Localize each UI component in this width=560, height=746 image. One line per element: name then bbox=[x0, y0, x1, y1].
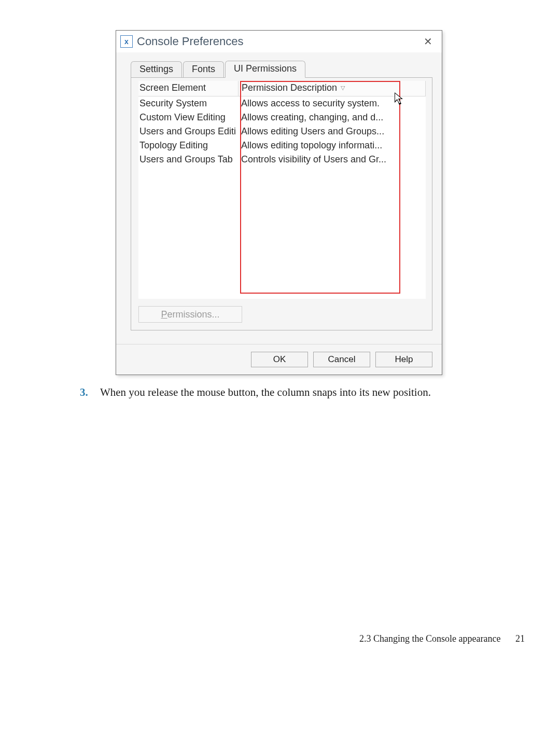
cell-element: Topology Editing bbox=[138, 139, 238, 153]
ui-permissions-panel: Screen Element Permission Description ▽ … bbox=[131, 77, 432, 330]
tab-fonts[interactable]: Fonts bbox=[183, 61, 224, 78]
cell-element: Users and Groups Editi bbox=[138, 125, 238, 139]
help-button[interactable]: Help bbox=[375, 352, 432, 367]
cell-description: Allows editing Users and Groups... bbox=[238, 125, 426, 139]
column-header-label: Permission Description bbox=[242, 82, 337, 93]
table-row[interactable]: Users and Groups Editi Allows editing Us… bbox=[138, 125, 426, 139]
cell-element: Users and Groups Tab bbox=[138, 153, 238, 167]
cell-description: Controls visibility of Users and Gr... bbox=[238, 153, 426, 167]
sort-descending-icon: ▽ bbox=[340, 85, 345, 91]
cancel-button[interactable]: Cancel bbox=[313, 352, 370, 367]
dialog-client-area: Settings Fonts UI Permissions Screen Ele… bbox=[116, 52, 442, 344]
dialog-title: Console Preferences bbox=[137, 35, 243, 48]
table-row[interactable]: Security System Allows access to securit… bbox=[138, 96, 426, 110]
grid-header-row: Screen Element Permission Description ▽ bbox=[138, 81, 426, 96]
cell-element: Custom View Editing bbox=[138, 110, 238, 125]
page-footer: 2.3 Changing the Console appearance 21 bbox=[359, 633, 525, 644]
ok-button[interactable]: OK bbox=[251, 352, 308, 367]
table-row[interactable]: Topology Editing Allows editing topology… bbox=[138, 139, 426, 153]
close-icon[interactable]: ✕ bbox=[421, 34, 436, 49]
tabstrip: Settings Fonts UI Permissions bbox=[131, 60, 432, 77]
table-row[interactable]: Custom View Editing Allows creating, cha… bbox=[138, 110, 426, 125]
titlebar[interactable]: x Console Preferences ✕ bbox=[116, 31, 442, 53]
tab-ui-permissions[interactable]: UI Permissions bbox=[225, 61, 305, 78]
permissions-button: Permissions... bbox=[138, 306, 242, 323]
step-text: When you release the mouse button, the c… bbox=[100, 386, 431, 398]
column-header-screen-element[interactable]: Screen Element bbox=[138, 81, 239, 96]
footer-page-number: 21 bbox=[515, 633, 525, 644]
cell-description: Allows editing topology informati... bbox=[238, 139, 426, 153]
cell-element: Security System bbox=[138, 96, 238, 110]
cell-description: Allows creating, changing, and d... bbox=[238, 110, 426, 125]
step-number: 3. bbox=[80, 386, 97, 399]
footer-section: 2.3 Changing the Console appearance bbox=[359, 633, 500, 644]
cell-description: Allows access to security system. bbox=[238, 96, 426, 110]
column-header-permission-description[interactable]: Permission Description ▽ bbox=[239, 81, 426, 96]
instruction-step: 3. When you release the mouse button, th… bbox=[80, 386, 495, 399]
permissions-btn-mnemonic: P bbox=[161, 309, 167, 320]
console-preferences-dialog: x Console Preferences ✕ Settings Fonts U… bbox=[116, 30, 442, 375]
dialog-button-bar: OK Cancel Help bbox=[116, 344, 442, 375]
app-icon: x bbox=[120, 35, 133, 48]
permissions-btn-label: ermissions... bbox=[167, 309, 219, 320]
permissions-grid[interactable]: Screen Element Permission Description ▽ … bbox=[138, 81, 426, 299]
tab-settings[interactable]: Settings bbox=[131, 61, 182, 78]
table-row[interactable]: Users and Groups Tab Controls visibility… bbox=[138, 153, 426, 167]
